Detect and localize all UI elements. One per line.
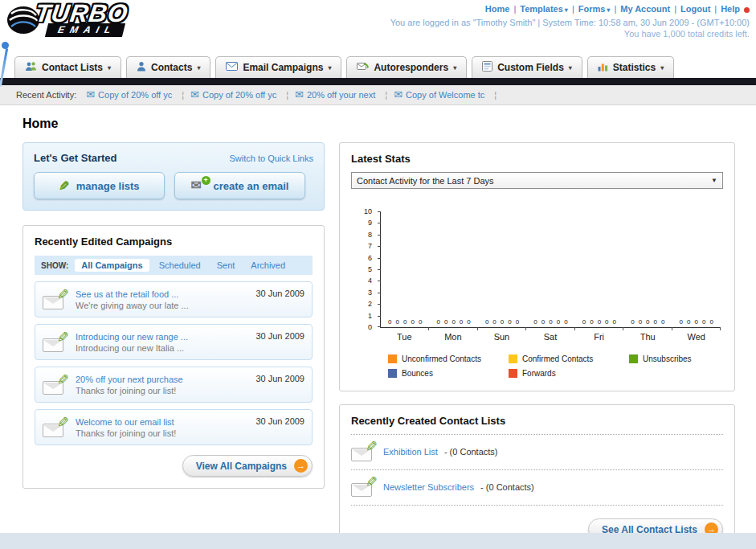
campaign-list-item[interactable]: ✎ 20% off your next purchase Thanks for … bbox=[35, 367, 313, 403]
campaign-list-item[interactable]: ✎ Welcome to our email list Thanks for j… bbox=[35, 409, 313, 445]
chart-y-tick-mark bbox=[378, 223, 381, 223]
chart-value-labels: 00000 bbox=[533, 318, 567, 326]
envelope-plus-icon: ✉ + bbox=[191, 179, 207, 192]
campaign-title-link[interactable]: See us at the retail food ... bbox=[76, 289, 248, 299]
legend-item: Unconfirmed Contacts bbox=[388, 354, 509, 363]
chart-y-tick-label: 7 bbox=[359, 242, 372, 250]
stats-dropdown-value: Contact Activity for the Last 7 Days bbox=[357, 176, 494, 186]
logo-text-turbo: TURBO bbox=[34, 2, 129, 26]
credits-info: You have 1,000 total credits left. bbox=[390, 29, 750, 39]
chart-value: 0 bbox=[564, 318, 567, 326]
contact-list-link[interactable]: Newsletter Subscribers bbox=[383, 482, 474, 492]
chart-value-labels: 00000 bbox=[436, 318, 470, 326]
tab-all-campaigns[interactable]: All Campaigns bbox=[75, 259, 149, 272]
legend-label: Confirmed Contacts bbox=[522, 354, 593, 363]
chart-value: 0 bbox=[598, 318, 601, 326]
switch-to-quick-links[interactable]: Switch to Quick Links bbox=[229, 154, 313, 163]
chart-value-labels: 00000 bbox=[582, 318, 616, 326]
chart-value-labels: 00000 bbox=[485, 318, 519, 326]
legend-swatch bbox=[388, 354, 397, 363]
pencil-icon: ✎ bbox=[59, 178, 69, 194]
chevron-down-icon: ▾ bbox=[328, 64, 331, 72]
top-link-templates[interactable]: Templates▾ bbox=[509, 4, 567, 14]
recent-activity-item[interactable]: ✉ Copy of 20% off yc bbox=[190, 90, 288, 100]
chart-value-labels: 00000 bbox=[388, 318, 422, 326]
turbo-email-logo[interactable]: TURBO EMAIL bbox=[6, 2, 128, 37]
footer-bar bbox=[0, 533, 756, 549]
manage-lists-button[interactable]: ✎ manage lists bbox=[34, 172, 165, 199]
chart-y-tick-label: 6 bbox=[359, 254, 372, 262]
campaign-list-item[interactable]: ✎ See us at the retail food ... We're gi… bbox=[35, 281, 313, 318]
stats-panel-title: Latest Stats bbox=[351, 153, 723, 165]
chart-value: 0 bbox=[646, 318, 649, 326]
chart-x-label: Fri bbox=[574, 332, 623, 342]
login-info: You are logged in as "Timothy Smith" | S… bbox=[390, 18, 750, 27]
tab-label: Contacts bbox=[151, 62, 192, 73]
contact-list-item[interactable]: ✎ Newsletter Subscribers - (0 Contacts) bbox=[351, 470, 723, 506]
chart-value: 0 bbox=[452, 318, 455, 326]
tab-scheduled[interactable]: Scheduled bbox=[153, 259, 207, 272]
top-link-home[interactable]: Home bbox=[485, 4, 510, 14]
chart-y-tick-mark bbox=[378, 211, 381, 212]
chart-y-tick-label: 10 bbox=[359, 207, 372, 215]
chart-x-axis-labels: TueMonSunSatFriThuWed bbox=[380, 332, 721, 342]
chart-value: 0 bbox=[590, 318, 593, 326]
top-link-help[interactable]: Help bbox=[710, 4, 740, 14]
campaign-title-link[interactable]: Welcome to our email list bbox=[76, 417, 248, 427]
legend-item: Unsubscribes bbox=[629, 354, 723, 363]
tab-custom-fields[interactable]: Custom Fields ▾ bbox=[472, 56, 582, 78]
campaign-subtitle: Introducing our new Italia ... bbox=[76, 343, 248, 353]
contact-lists-panel-title: Recently Created Contact Lists bbox=[351, 415, 723, 435]
chart-value: 0 bbox=[533, 318, 537, 326]
logo-text-email: EMAIL bbox=[45, 23, 126, 37]
chart-value: 0 bbox=[613, 318, 616, 326]
contact-list-link[interactable]: Exhibition List bbox=[383, 447, 438, 457]
chart-value: 0 bbox=[492, 318, 496, 326]
tab-contact-lists[interactable]: Contact Lists ▾ bbox=[14, 56, 121, 78]
chevron-down-icon: ▾ bbox=[660, 64, 664, 72]
contact-list-count: - (0 Contacts) bbox=[480, 482, 534, 492]
top-link-my-account[interactable]: My Account bbox=[610, 4, 670, 14]
top-link-forms[interactable]: Forms▾ bbox=[568, 4, 611, 14]
campaign-title-link[interactable]: Introducing our new range ... bbox=[76, 332, 248, 342]
tab-sent[interactable]: Sent bbox=[210, 259, 242, 272]
page-title: Home bbox=[22, 117, 735, 131]
campaign-list-item[interactable]: ✎ Introducing our new range ... Introduc… bbox=[35, 324, 313, 360]
tab-archived[interactable]: Archived bbox=[244, 259, 292, 272]
envelope-pencil-icon: ✎ bbox=[351, 441, 377, 462]
recent-activity-item[interactable]: ✉ 20% off your next bbox=[295, 90, 387, 100]
top-link-logout[interactable]: Logout bbox=[670, 4, 710, 14]
create-email-button[interactable]: ✉ + create an email bbox=[174, 172, 305, 199]
chart-bar-group: 00000 bbox=[478, 211, 526, 327]
chart-y-tick-mark bbox=[378, 269, 381, 270]
envelope-pencil-icon: ✎ bbox=[43, 289, 68, 310]
contact-list-item[interactable]: ✎ Exhibition List - (0 Contacts) bbox=[351, 435, 723, 470]
chart-value: 0 bbox=[582, 318, 586, 326]
tab-email-campaigns[interactable]: Email Campaigns ▾ bbox=[215, 56, 341, 78]
envelope-pencil-icon: ✎ bbox=[43, 332, 68, 353]
legend-item: Forwards bbox=[509, 369, 629, 378]
main-navigation: Contact Lists ▾ Contacts ▾ Email Campaig… bbox=[0, 53, 756, 78]
chart-x-label: Thu bbox=[623, 332, 672, 342]
chart-bar-group: 00000 bbox=[526, 211, 574, 327]
envelope-icon: ✉ bbox=[86, 90, 95, 100]
envelope-icon: ✉ bbox=[190, 90, 199, 100]
get-started-panel: Let's Get Started Switch to Quick Links … bbox=[22, 142, 325, 211]
tab-contacts[interactable]: Contacts ▾ bbox=[126, 56, 210, 78]
legend-label: Unsubscribes bbox=[643, 354, 692, 363]
recent-activity-item[interactable]: ✉ Copy of Welcome tc bbox=[394, 90, 497, 100]
campaign-date: 30 Jun 2009 bbox=[255, 371, 304, 383]
dropdown-arrow-icon: ▼ bbox=[711, 177, 717, 184]
tab-label: Custom Fields bbox=[497, 62, 564, 73]
envelope-icon bbox=[226, 62, 238, 73]
tab-label: Statistics bbox=[613, 62, 656, 73]
view-all-campaigns-button[interactable]: View All Campaigns → bbox=[182, 455, 313, 477]
stats-activity-select[interactable]: Contact Activity for the Last 7 Days ▼ bbox=[351, 172, 723, 189]
campaign-title-link[interactable]: 20% off your next purchase bbox=[76, 375, 248, 384]
tab-statistics[interactable]: Statistics ▾ bbox=[587, 56, 674, 78]
recent-activity-item[interactable]: ✉ Copy of 20% off yc bbox=[86, 90, 184, 100]
chevron-down-icon: ▾ bbox=[197, 64, 200, 72]
chart-value: 0 bbox=[396, 318, 399, 326]
tab-autoresponders[interactable]: Autoresponders ▾ bbox=[346, 56, 467, 78]
chart-value-labels: 00000 bbox=[631, 318, 664, 326]
